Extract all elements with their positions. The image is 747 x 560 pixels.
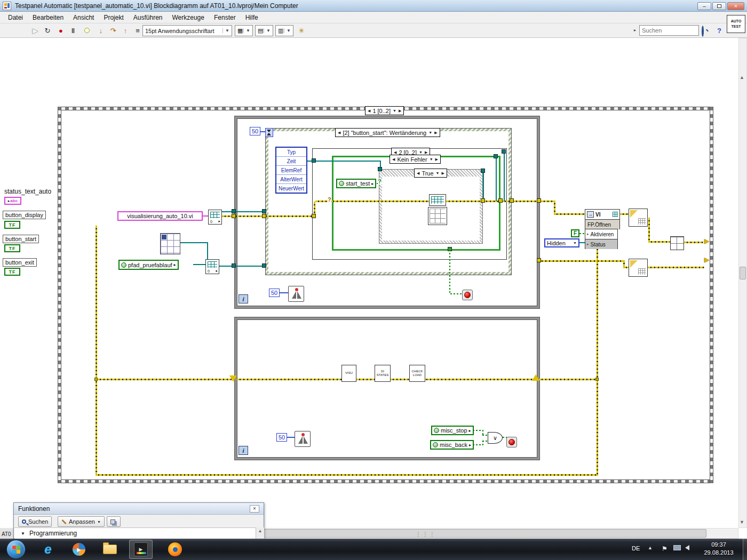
palette-pin-button[interactable] <box>107 516 121 527</box>
cleanup-diagram-button[interactable]: ✳ <box>296 25 307 36</box>
sequence-border-bottom[interactable] <box>58 479 713 483</box>
right-arrow-icon[interactable]: ▶ <box>435 157 438 161</box>
global-variable-pfad[interactable]: pfad_pruefablauf ▸ <box>118 260 179 270</box>
loop-stop-terminal[interactable] <box>462 290 473 300</box>
right-arrow-icon[interactable]: ▶ <box>425 150 427 154</box>
down-arrow-icon[interactable]: ▼ <box>393 109 396 113</box>
wait-ms-node[interactable] <box>295 431 311 447</box>
subvi-visu[interactable]: VISU <box>341 365 356 382</box>
open-vi-reference-node[interactable]: 0 ▸ <box>208 210 222 225</box>
case-selector-terminal[interactable]: ? <box>378 179 382 185</box>
menu-werkzeuge[interactable]: Werkzeuge <box>167 12 209 23</box>
timeout-constant[interactable]: 50 <box>250 127 260 135</box>
left-arrow-icon[interactable]: ◀ <box>417 171 419 175</box>
wait-ms-constant[interactable]: 50 <box>276 433 287 442</box>
left-arrow-icon[interactable]: ◀ <box>368 109 370 113</box>
left-arrow-icon[interactable]: ◀ <box>394 150 396 154</box>
volume-icon[interactable] <box>685 545 689 550</box>
menu-hilfe[interactable]: Hilfe <box>241 12 263 23</box>
step-out-button[interactable]: ↑ <box>120 25 131 36</box>
case-selector-terminal[interactable]: ? <box>328 197 331 203</box>
title-bar[interactable]: Testpanel Automatic [testpanel_automatic… <box>0 0 747 12</box>
boolean-terminal-button-display[interactable]: TF <box>4 221 20 229</box>
taskbar-ie-icon[interactable]: e <box>36 540 60 559</box>
menu-projekt[interactable]: Projekt <box>99 12 128 23</box>
property-node-prop2[interactable]: Status <box>591 242 606 247</box>
event-field-elemref[interactable]: ElemRef <box>276 166 306 175</box>
event-timeout-terminal[interactable] <box>265 128 273 137</box>
run-continuous-button[interactable]: ↻ <box>42 25 53 36</box>
subvi-node[interactable] <box>629 259 648 277</box>
scroll-down-icon[interactable]: ▼ <box>740 519 744 525</box>
minimize-button[interactable]: – <box>697 2 711 10</box>
palette-category-row[interactable]: ▼ Programmierung <box>14 527 256 539</box>
vi-path-constant[interactable]: visualisierung_auto_10.vi <box>117 211 203 221</box>
menu-ansicht[interactable]: Ansicht <box>68 12 99 23</box>
step-over-button[interactable]: ↷ <box>107 25 119 36</box>
sequence-border-right[interactable] <box>710 107 713 483</box>
network-icon[interactable] <box>673 545 681 550</box>
invoke-node[interactable]: → VI FP.Öffnen <box>585 209 620 229</box>
subvi-check-load[interactable]: CHECK LOAD <box>409 365 425 382</box>
invoke-node-method[interactable]: FP.Öffnen <box>585 220 619 229</box>
local-variable-start-test[interactable]: start_test ▸ <box>336 179 376 188</box>
sequence-selector[interactable]: ◀ 1 [0..2] ▼ ▶ <box>365 106 404 115</box>
step-into-button[interactable]: ↓ <box>95 25 107 36</box>
event-data-node[interactable]: Typ Zeit ElemRef AlterWert NeuerWert <box>275 147 307 194</box>
wait-ms-constant[interactable]: 50 <box>269 289 280 297</box>
context-help-button[interactable]: ? <box>713 25 725 36</box>
functions-palette[interactable]: Funktionen × Suchen Anpassen ▼ ▼ Program… <box>13 502 264 539</box>
maximize-button[interactable] <box>712 2 726 10</box>
search-icon[interactable] <box>702 26 704 37</box>
menu-bearbeiten[interactable]: Bearbeiten <box>28 12 68 23</box>
resize-objects-dropdown[interactable]: ▥▼ <box>275 25 293 36</box>
table-subvi-icon[interactable] <box>429 194 446 206</box>
iteration-terminal[interactable]: i <box>239 294 248 303</box>
table-indicator[interactable] <box>428 207 447 225</box>
font-selector[interactable]: 15pt Anwendungsschriftart ▼ <box>142 25 232 36</box>
palette-category-label[interactable]: Programmierung <box>29 530 77 537</box>
right-arrow-icon[interactable]: ▶ <box>399 109 401 113</box>
taskbar-firefox-icon[interactable] <box>163 540 187 559</box>
highlight-execution-button[interactable] <box>81 25 93 36</box>
property-node-prop1[interactable]: Aktivieren <box>591 231 614 237</box>
palette-scrollbar[interactable]: ▲ <box>256 527 264 539</box>
down-arrow-icon[interactable]: ▼ <box>428 131 432 134</box>
event-selector[interactable]: ◀ [2] "button_start": Wertänderung ▼ ▶ <box>335 128 440 137</box>
false-constant[interactable]: F <box>571 229 579 237</box>
clock-time[interactable]: 09:37 <box>698 541 740 548</box>
close-button[interactable]: × <box>727 2 744 10</box>
boolean-terminal-button-exit[interactable]: TF <box>4 268 20 276</box>
distribute-objects-dropdown[interactable]: ▤▼ <box>255 25 273 36</box>
local-variable-misc-back[interactable]: misc_back ▸ <box>430 440 474 450</box>
scroll-up-icon[interactable]: ▲ <box>740 75 744 80</box>
clock-date[interactable]: 29.08.2013 <box>698 549 740 556</box>
right-arrow-icon[interactable]: ▶ <box>434 131 437 134</box>
down-arrow-icon[interactable]: ▼ <box>430 157 433 161</box>
event-field-zeit[interactable]: Zeit <box>276 157 306 166</box>
search-expand-icon[interactable]: ▸ <box>634 28 636 33</box>
language-indicator[interactable]: DE <box>632 545 640 551</box>
event-field-neuerwert[interactable]: NeuerWert <box>276 184 306 193</box>
run-button[interactable]: ▶ <box>29 25 41 36</box>
subvi-node[interactable] <box>629 209 648 227</box>
true-case-selector[interactable]: ◀ True ▼ ▶ <box>414 169 447 178</box>
search-input[interactable] <box>639 25 699 36</box>
error-case-selector[interactable]: ◀ Kein Fehler ▼ ▶ <box>390 155 441 164</box>
tray-expand-icon[interactable]: ▲ <box>648 545 653 550</box>
expand-arrow-icon[interactable]: ▼ <box>21 531 25 536</box>
loop-stop-terminal[interactable] <box>506 437 517 447</box>
palette-close-button[interactable]: × <box>250 505 259 513</box>
subvi-di-states[interactable]: DI STATES <box>375 365 391 382</box>
button-display-label[interactable]: button_display <box>3 211 46 219</box>
start-button[interactable] <box>6 540 26 559</box>
ring-constant-hidden[interactable]: Hidden ▼ <box>544 238 579 247</box>
local-variable-misc-stop[interactable]: misc_stop ▸ <box>431 426 474 435</box>
taskbar-explorer-icon[interactable] <box>98 540 122 559</box>
open-vi-reference-node[interactable]: 0 ▸ <box>205 259 219 274</box>
taskbar-labview-icon-active[interactable]: ▶ <box>129 540 153 559</box>
abort-button[interactable]: ● <box>55 25 67 36</box>
vi-icon-auto-test[interactable]: AUTO TEST <box>727 15 745 33</box>
align-objects-dropdown[interactable]: ▦▼ <box>235 25 253 36</box>
menu-fenster[interactable]: Fenster <box>209 12 241 23</box>
